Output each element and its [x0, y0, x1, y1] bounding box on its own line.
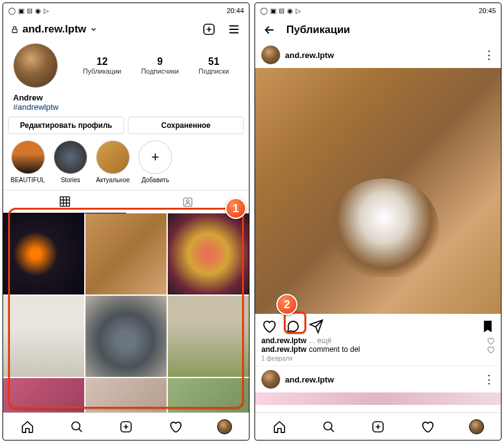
profile-tabs — [3, 190, 249, 213]
hashtag-link[interactable]: #andrewlptw — [13, 102, 239, 112]
saved-button[interactable]: Сохраненное — [128, 117, 244, 134]
share-icon[interactable] — [309, 319, 324, 334]
bio: Andrew #andrewlptw — [3, 93, 249, 117]
nav-activity-icon[interactable] — [167, 418, 184, 436]
comment-text: comment to del — [309, 345, 360, 354]
svg-rect-0 — [12, 29, 17, 32]
browser-icon: ◯ — [8, 7, 16, 15]
profile-header: and.rew.lptw — [3, 18, 249, 41]
svg-rect-2 — [60, 197, 69, 207]
camera-icon: ▣ — [270, 7, 276, 15]
download-icon: ⊟ — [279, 7, 284, 15]
nav-home-icon[interactable] — [19, 418, 36, 436]
phone-left-profile: ◯ ▣ ⊟ ◉ ▷ 20:44 and.rew.lptw 12 Публикац… — [2, 2, 250, 441]
grid-post[interactable] — [168, 378, 249, 412]
grid-post[interactable] — [85, 378, 167, 412]
svg-point-4 — [186, 200, 188, 202]
highlight-add[interactable]: + Добавить — [138, 140, 172, 183]
nav-search-icon[interactable] — [68, 418, 85, 436]
camera-icon: ▣ — [18, 7, 24, 15]
highlight-cover — [54, 140, 87, 174]
chevron-down-icon[interactable] — [90, 26, 97, 33]
bottom-nav — [3, 412, 249, 440]
play-icon: ▷ — [44, 7, 49, 15]
caption-more[interactable]: ... ещё — [309, 336, 332, 345]
stat-following[interactable]: 51 Подписки — [198, 56, 229, 75]
post-caption: and.rew.lptw ... ещё and.rew.lptw commen… — [255, 336, 501, 354]
tab-grid[interactable] — [3, 190, 126, 213]
tab-tagged[interactable] — [126, 190, 249, 213]
nav-search-icon[interactable] — [320, 418, 337, 436]
status-bar: ◯ ▣ ⊟ ◉ ▷ 20:45 — [255, 3, 501, 18]
grid-post[interactable] — [85, 213, 167, 295]
post-date: 1 февраля — [255, 354, 501, 366]
highlight-stories[interactable]: Stories — [54, 140, 87, 183]
stat-followers-num: 9 — [141, 56, 179, 67]
grid-post[interactable] — [3, 378, 84, 412]
phone-right-publications: ◯ ▣ ⊟ ◉ ▷ 20:45 Публикации and.rew.lptw … — [254, 2, 502, 441]
publications-header: Публикации — [255, 18, 501, 42]
post-more-icon[interactable]: ⋮ — [483, 48, 495, 62]
profile-avatar[interactable] — [13, 43, 58, 88]
caption-username[interactable]: and.rew.lptw — [261, 336, 306, 345]
stat-followers[interactable]: 9 Подписчики — [141, 56, 179, 75]
shazam-icon: ◉ — [35, 7, 41, 15]
highlights-row: BEAUTIFUL Stories Актуальное + Добавить — [3, 140, 249, 190]
post-avatar[interactable] — [261, 46, 280, 64]
post-header: and.rew.lptw ⋮ — [255, 42, 501, 68]
bottom-nav — [255, 412, 501, 440]
highlight-actual[interactable]: Актуальное — [96, 140, 130, 183]
nav-profile-avatar[interactable] — [468, 418, 485, 436]
post-username[interactable]: and.rew.lptw — [285, 375, 334, 384]
highlight-cover — [96, 140, 130, 174]
clock-time: 20:45 — [478, 7, 496, 14]
download-icon: ⊟ — [27, 7, 32, 15]
posts-grid — [3, 213, 249, 412]
grid-post[interactable] — [168, 213, 249, 295]
post-actions — [255, 314, 501, 336]
play-icon: ▷ — [296, 7, 301, 15]
svg-point-5 — [72, 422, 80, 430]
stat-posts-num: 12 — [83, 56, 122, 67]
comment-icon[interactable] — [285, 319, 300, 334]
clock-time: 20:44 — [226, 7, 244, 14]
highlight-cover — [11, 140, 45, 174]
next-post-header: and.rew.lptw ⋮ — [255, 366, 501, 392]
plus-icon: + — [138, 140, 172, 174]
grid-post[interactable] — [3, 213, 84, 295]
nav-add-icon[interactable] — [117, 418, 135, 436]
nav-profile-avatar[interactable] — [216, 418, 233, 436]
post-image[interactable] — [255, 68, 501, 314]
post-username[interactable]: and.rew.lptw — [285, 51, 334, 60]
post-avatar[interactable] — [261, 370, 280, 389]
next-post-image-peek[interactable] — [255, 392, 501, 405]
comment-username[interactable]: and.rew.lptw — [261, 345, 306, 354]
stat-followers-label: Подписчики — [141, 67, 179, 75]
post-more-icon[interactable]: ⋮ — [483, 372, 495, 386]
status-bar: ◯ ▣ ⊟ ◉ ▷ 20:44 — [3, 3, 249, 18]
like-icon[interactable] — [261, 319, 276, 334]
grid-post[interactable] — [3, 296, 84, 377]
grid-post[interactable] — [168, 296, 249, 377]
highlight-beautiful[interactable]: BEAUTIFUL — [11, 140, 45, 183]
status-icons-left: ◯ ▣ ⊟ ◉ ▷ — [8, 7, 49, 15]
edit-profile-button[interactable]: Редактировать профиль — [8, 117, 124, 134]
lock-icon — [11, 26, 19, 34]
new-post-icon[interactable] — [201, 22, 216, 37]
stat-posts[interactable]: 12 Публикации — [83, 56, 122, 75]
highlight-label: Актуальное — [96, 177, 130, 183]
display-name: Andrew — [13, 93, 239, 102]
nav-activity-icon[interactable] — [419, 418, 436, 436]
caption-like-icon[interactable] — [487, 337, 495, 345]
back-arrow-icon[interactable] — [263, 23, 276, 37]
page-title: Публикации — [286, 24, 350, 36]
menu-icon[interactable] — [226, 22, 241, 37]
profile-stats-row: 12 Публикации 9 Подписчики 51 Подписки — [3, 41, 249, 93]
nav-home-icon[interactable] — [271, 418, 288, 436]
bookmark-icon[interactable] — [481, 319, 495, 333]
nav-add-icon[interactable] — [369, 418, 387, 436]
comment-like-icon[interactable] — [487, 346, 495, 354]
username[interactable]: and.rew.lptw — [22, 23, 86, 36]
grid-post[interactable] — [85, 296, 167, 377]
shazam-icon: ◉ — [287, 7, 293, 15]
